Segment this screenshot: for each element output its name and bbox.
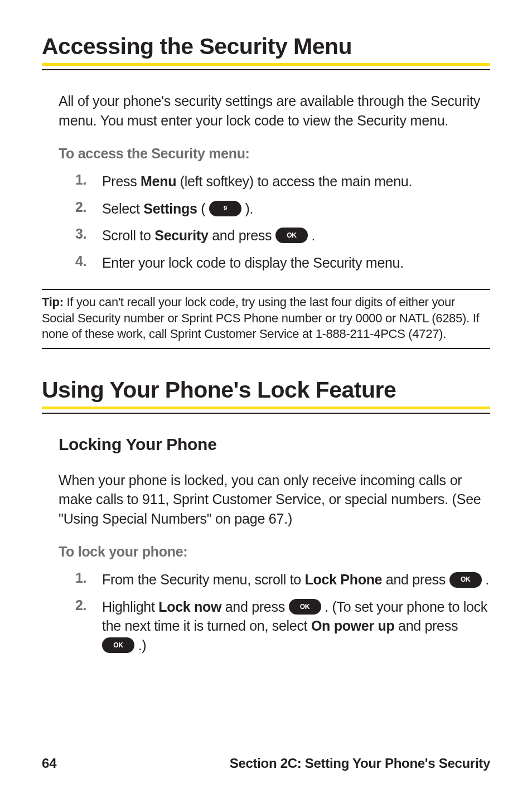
text-fragment: Press xyxy=(102,173,141,189)
tip-box: Tip: If you can't recall your lock code,… xyxy=(42,289,490,349)
list-item: 1. From the Security menu, scroll to Loc… xyxy=(75,570,490,589)
procedure-subhead-2: To lock your phone: xyxy=(59,544,490,560)
text-fragment: ). xyxy=(241,201,253,216)
text-fragment: and press xyxy=(382,572,449,587)
key-ok-icon: OK xyxy=(449,572,482,588)
list-item: 2. Highlight Lock now and press OK . (To… xyxy=(75,597,490,655)
list-item: 2. Select Settings ( 9 ). xyxy=(75,199,490,219)
list-text: Enter your lock code to display the Secu… xyxy=(102,253,490,273)
tip-text: If you can't recall your lock code, try … xyxy=(42,295,479,341)
subsection-heading: Locking Your Phone xyxy=(59,435,490,454)
text-fragment: and press xyxy=(209,228,275,243)
list-item: 4. Enter your lock code to display the S… xyxy=(75,253,490,273)
text-fragment: Scroll to xyxy=(102,228,154,243)
yellow-rule xyxy=(42,63,490,66)
list-text: Scroll to Security and press OK . xyxy=(102,226,490,245)
bold-term: Lock now xyxy=(158,599,221,615)
list-item: 3. Scroll to Security and press OK . xyxy=(75,226,490,245)
section-heading-1: Accessing the Security Menu xyxy=(42,33,490,60)
text-fragment: . xyxy=(482,572,489,587)
body-paragraph: When your phone is locked, you can only … xyxy=(59,471,490,529)
section-heading-2: Using Your Phone's Lock Feature xyxy=(42,377,490,403)
list-text: From the Security menu, scroll to Lock P… xyxy=(102,570,490,589)
bold-term: Lock Phone xyxy=(305,572,383,587)
text-fragment: . xyxy=(308,228,315,243)
list-number: 4. xyxy=(75,253,102,269)
text-fragment: ( xyxy=(197,201,209,216)
ordered-list-2: 1. From the Security menu, scroll to Loc… xyxy=(75,570,490,655)
ordered-list-1: 1. Press Menu (left softkey) to access t… xyxy=(75,172,490,272)
text-fragment: and press xyxy=(221,599,288,615)
bold-term: Menu xyxy=(141,173,176,189)
key-9-icon: 9 xyxy=(209,201,241,216)
text-fragment: and press xyxy=(394,618,458,633)
list-text: Select Settings ( 9 ). xyxy=(102,199,490,219)
list-number: 1. xyxy=(75,172,102,188)
page-footer: 64 Section 2C: Setting Your Phone's Secu… xyxy=(42,756,490,771)
tip-label: Tip: xyxy=(42,295,67,309)
text-fragment: .) xyxy=(134,637,146,653)
text-fragment: Select xyxy=(102,201,143,216)
key-ok-icon: OK xyxy=(289,599,321,615)
text-fragment: (left softkey) to access the main menu. xyxy=(176,173,412,189)
list-text: Press Menu (left softkey) to access the … xyxy=(102,172,490,191)
page-number: 64 xyxy=(42,756,57,771)
bold-term: Security xyxy=(154,228,208,243)
text-fragment: From the Security menu, scroll to xyxy=(102,572,305,587)
list-number: 3. xyxy=(75,226,102,242)
list-text: Highlight Lock now and press OK . (To se… xyxy=(102,597,490,655)
list-number: 2. xyxy=(75,199,102,215)
bold-term: Settings xyxy=(143,201,197,216)
footer-section-title: Section 2C: Setting Your Phone's Securit… xyxy=(230,756,490,771)
black-rule xyxy=(42,413,490,414)
black-rule xyxy=(42,69,490,70)
procedure-subhead-1: To access the Security menu: xyxy=(59,146,490,162)
list-number: 1. xyxy=(75,570,102,586)
key-ok-icon: OK xyxy=(102,637,134,653)
list-item: 1. Press Menu (left softkey) to access t… xyxy=(75,172,490,191)
list-number: 2. xyxy=(75,597,102,613)
key-ok-icon: OK xyxy=(275,228,308,243)
text-fragment: Highlight xyxy=(102,599,158,615)
intro-paragraph: All of your phone's security settings ar… xyxy=(59,91,490,130)
yellow-rule xyxy=(42,407,490,409)
bold-term: On power up xyxy=(311,618,394,633)
